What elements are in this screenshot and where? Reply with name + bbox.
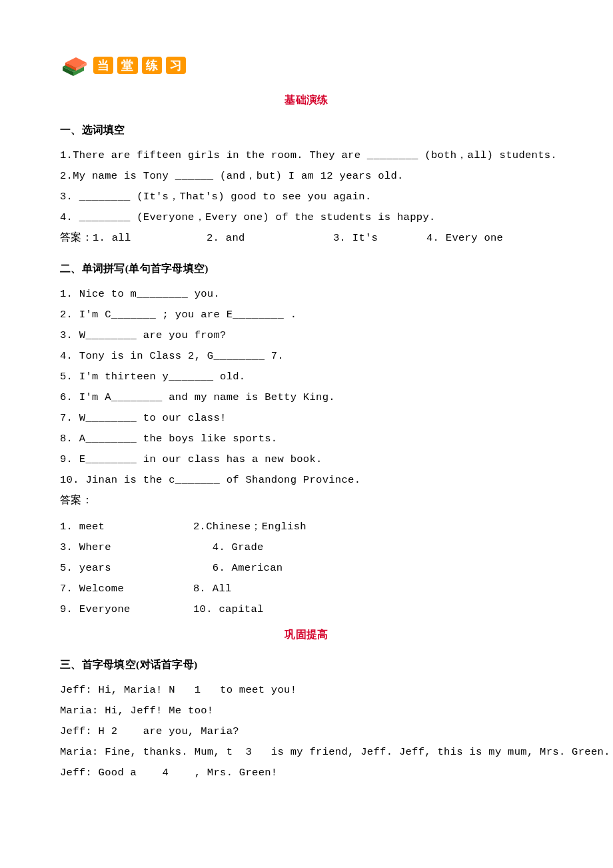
banner: 当 堂 练 习 bbox=[60, 53, 553, 77]
q2-line-7: 7. W________ to our class! bbox=[60, 408, 553, 429]
answer-label: 答案： bbox=[60, 232, 93, 244]
q1-line-3: 3. ________ (It's，That's) good to see yo… bbox=[60, 187, 553, 207]
exercise-2-title: 二、单词拼写(单句首字母填空) bbox=[60, 258, 553, 279]
q2-answer-2: 2.Chinese；English bbox=[193, 517, 306, 537]
q2-line-6: 6. I'm A________ and my name is Betty Ki… bbox=[60, 387, 553, 408]
q2-line-9: 9. E________ in our class has a new book… bbox=[60, 449, 553, 470]
page: 当 堂 练 习 基础演练 一、选词填空 1.There are fifteen … bbox=[0, 0, 613, 868]
banner-char-2: 堂 bbox=[117, 57, 137, 74]
q2-line-4: 4. Tony is in Class 2, G________ 7. bbox=[60, 346, 553, 367]
section-heading-advance: 巩固提高 bbox=[60, 624, 553, 645]
q1-line-4: 4. ________ (Everyone，Every one) of the … bbox=[60, 207, 553, 228]
q2-answers-row-1: 1. meet 2.Chinese；English bbox=[60, 517, 553, 537]
q2-answer-8: 8. All bbox=[193, 579, 232, 599]
banner-char-4: 习 bbox=[166, 57, 186, 74]
q1-line-2: 2.My name is Tony ______ (and，but) I am … bbox=[60, 166, 553, 187]
exercise-1-title: 一、选词填空 bbox=[60, 119, 553, 140]
banner-title: 当 堂 练 习 bbox=[93, 57, 186, 74]
q2-answers-row-3: 5. years 6. American bbox=[60, 558, 553, 579]
dialogue-line-3: Jeff: H 2 are you, Maria? bbox=[60, 721, 553, 742]
q1-answers: 答案：1. all 2. and 3. It's 4. Every one bbox=[60, 228, 553, 249]
dialogue-line-1: Jeff: Hi, Maria! N 1 to meet you! bbox=[60, 680, 553, 701]
q2-line-3: 3. W________ are you from? bbox=[60, 325, 553, 346]
dialogue-line-5: Jeff: Good a 4 , Mrs. Green! bbox=[60, 763, 553, 783]
q2-answer-label: 答案： bbox=[60, 491, 553, 511]
dialogue-line-2: Maria: Hi, Jeff! Me too! bbox=[60, 701, 553, 721]
q1-answer-1: 1. all bbox=[93, 232, 131, 244]
q2-answer-7: 7. Welcome bbox=[60, 579, 193, 599]
q1-answer-4: 4. Every one bbox=[426, 228, 503, 249]
q2-answer-3: 3. Where bbox=[60, 537, 193, 558]
q1-answer-2: 2. and bbox=[207, 228, 333, 249]
q2-answer-9: 9. Everyone bbox=[60, 599, 193, 620]
spacer bbox=[60, 511, 553, 517]
q2-answers-row-5: 9. Everyone 10. capital bbox=[60, 599, 553, 620]
q2-line-1: 1. Nice to m________ you. bbox=[60, 284, 553, 305]
section-heading-basic: 基础演练 bbox=[60, 89, 553, 110]
q2-answer-6: 6. American bbox=[193, 558, 283, 579]
books-icon bbox=[60, 53, 89, 77]
q2-answer-10: 10. capital bbox=[193, 599, 264, 620]
q2-answer-4: 4. Grade bbox=[193, 537, 264, 558]
q2-answer-5: 5. years bbox=[60, 558, 193, 579]
q2-line-10: 10. Jinan is the c_______ of Shandong Pr… bbox=[60, 470, 553, 491]
q2-answers-row-2: 3. Where 4. Grade bbox=[60, 537, 553, 558]
q2-line-8: 8. A________ the boys like sports. bbox=[60, 429, 553, 449]
banner-char-1: 当 bbox=[93, 57, 113, 74]
dialogue-line-4: Maria: Fine, thanks. Mum, t 3 is my frie… bbox=[60, 742, 553, 763]
q1-line-1: 1.There are fifteen girls in the room. T… bbox=[60, 145, 553, 166]
q2-answer-1: 1. meet bbox=[60, 517, 193, 537]
exercise-3-title: 三、首字母填空(对话首字母) bbox=[60, 654, 553, 675]
q2-line-2: 2. I'm C_______ ; you are E________ . bbox=[60, 305, 553, 325]
banner-char-3: 练 bbox=[142, 57, 162, 74]
q2-answers-row-4: 7. Welcome 8. All bbox=[60, 579, 553, 599]
q2-line-5: 5. I'm thirteen y_______ old. bbox=[60, 367, 553, 387]
q1-answer-3: 3. It's bbox=[333, 228, 426, 249]
